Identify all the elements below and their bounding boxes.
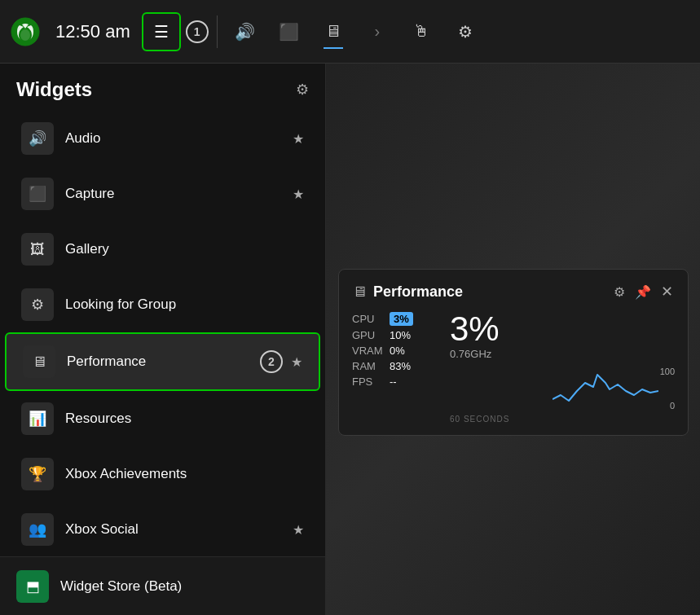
svg-point-1 [20, 29, 30, 41]
performance-button[interactable]: 🖥 [314, 12, 353, 51]
lfg-widget-icon: ⚙ [21, 288, 54, 321]
capture-widget-label: Capture [65, 186, 293, 202]
widget-item-performance[interactable]: 🖥 Performance 2 ★ [5, 332, 320, 391]
big-percent-value: 3% [450, 312, 675, 346]
widget-store-label: Widget Store (Beta) [60, 578, 182, 595]
top-bar: 12:50 am ☰ 1 🔊 ⬛ 🖥 › 🖱 ⚙ [0, 0, 700, 64]
achievements-widget-icon: 🏆 [21, 458, 54, 490]
widget-store-icon: ⬒ [16, 570, 49, 603]
gallery-widget-label: Gallery [65, 241, 304, 257]
perf-pin-icon[interactable]: 📌 [633, 283, 653, 301]
mouse-button[interactable]: 🖱 [402, 12, 441, 51]
capture-button[interactable]: ⬛ [270, 12, 309, 51]
widget-item-gallery[interactable]: 🖼 Gallery [5, 222, 320, 277]
audio-star[interactable]: ★ [293, 131, 304, 147]
performance-widget-icon: 🖥 [23, 345, 55, 378]
cpu-value: 3% [390, 312, 413, 326]
stat-row-ram: RAM 83% [352, 360, 442, 372]
perf-title-row: 🖥 Performance [352, 283, 463, 301]
widget-item-social[interactable]: 👥 Xbox Social ★ [5, 502, 320, 557]
cpu-label: CPU [352, 313, 385, 325]
audio-widget-icon: 🔊 [21, 122, 54, 155]
stat-row-gpu: GPU 10% [352, 329, 442, 341]
separator [217, 15, 218, 48]
perf-settings-icon[interactable]: ⚙ [612, 283, 627, 301]
chart-time-label: 60 SECONDS [450, 415, 509, 424]
capture-star[interactable]: ★ [293, 187, 304, 202]
perf-close-icon[interactable]: ✕ [659, 281, 675, 302]
chart-max-label: 100 [660, 367, 675, 376]
ram-label: RAM [352, 360, 385, 372]
ghz-label: 0.76GHz [450, 348, 675, 360]
widget-item-resources[interactable]: 📊 Resources [5, 391, 320, 446]
widgets-panel: Widgets ⚙ 🔊 Audio ★ ⬛ Capture ★ 🖼 Galler… [0, 64, 326, 615]
fps-value: -- [390, 376, 397, 388]
clock-display: 12:50 am [55, 21, 130, 42]
widget-item-capture[interactable]: ⬛ Capture ★ [5, 166, 320, 222]
vram-label: VRAM [352, 345, 385, 357]
more-button[interactable]: › [358, 12, 397, 51]
stat-row-vram: VRAM 0% [352, 345, 442, 357]
chart-min-label: 0 [670, 401, 675, 411]
circle-one: 1 [186, 20, 209, 43]
widgets-settings-button[interactable]: ⚙ [296, 81, 309, 99]
chart-area: 100 0 60 SECONDS [450, 367, 675, 424]
achievements-widget-label: Xbox Achievements [65, 466, 304, 482]
perf-header: 🖥 Performance ⚙ 📌 ✕ [352, 281, 675, 302]
social-widget-icon: 👥 [21, 513, 54, 546]
gpu-value: 10% [390, 329, 411, 341]
performance-widget-label: Performance [67, 354, 260, 370]
ram-value: 83% [390, 360, 411, 372]
social-star[interactable]: ★ [293, 522, 304, 538]
widgets-button[interactable]: ☰ [142, 12, 181, 51]
perf-widget-icon: 🖥 [352, 283, 367, 301]
social-widget-label: Xbox Social [65, 521, 293, 538]
resources-widget-label: Resources [65, 411, 304, 427]
resources-widget-icon: 📊 [21, 402, 54, 435]
performance-star[interactable]: ★ [291, 354, 302, 370]
circle-two: 2 [260, 350, 283, 373]
performance-widget: 🖥 Performance ⚙ 📌 ✕ CPU 3% GPU 10% VRAM [338, 269, 689, 436]
perf-widget-title: Performance [373, 283, 463, 301]
audio-widget-label: Audio [65, 130, 293, 147]
perf-main-area: 3% 0.76GHz 100 0 60 SECONDS [450, 312, 675, 424]
xbox-logo[interactable] [8, 12, 47, 51]
gallery-widget-icon: 🖼 [21, 233, 54, 266]
widget-item-lfg[interactable]: ⚙ Looking for Group [5, 277, 320, 332]
settings-button[interactable]: ⚙ [446, 12, 485, 51]
widget-store-button[interactable]: ⬒ Widget Store (Beta) [0, 556, 326, 615]
widgets-header: Widgets ⚙ [0, 64, 325, 111]
widget-item-audio[interactable]: 🔊 Audio ★ [5, 111, 320, 166]
performance-chart [553, 367, 658, 415]
widgets-title: Widgets [16, 78, 92, 101]
widget-item-achievements[interactable]: 🏆 Xbox Achievements [5, 446, 320, 502]
stat-row-fps: FPS -- [352, 376, 442, 388]
audio-button[interactable]: 🔊 [226, 12, 265, 51]
fps-label: FPS [352, 376, 385, 388]
gpu-label: GPU [352, 329, 385, 341]
perf-header-icons: ⚙ 📌 ✕ [612, 281, 675, 302]
lfg-widget-label: Looking for Group [65, 297, 304, 313]
perf-stats-column: CPU 3% GPU 10% VRAM 0% RAM 83% FPS -- [352, 312, 442, 424]
stat-row-cpu: CPU 3% [352, 312, 442, 326]
vram-value: 0% [390, 345, 405, 357]
perf-body: CPU 3% GPU 10% VRAM 0% RAM 83% FPS -- [352, 312, 675, 424]
capture-widget-icon: ⬛ [21, 178, 54, 210]
